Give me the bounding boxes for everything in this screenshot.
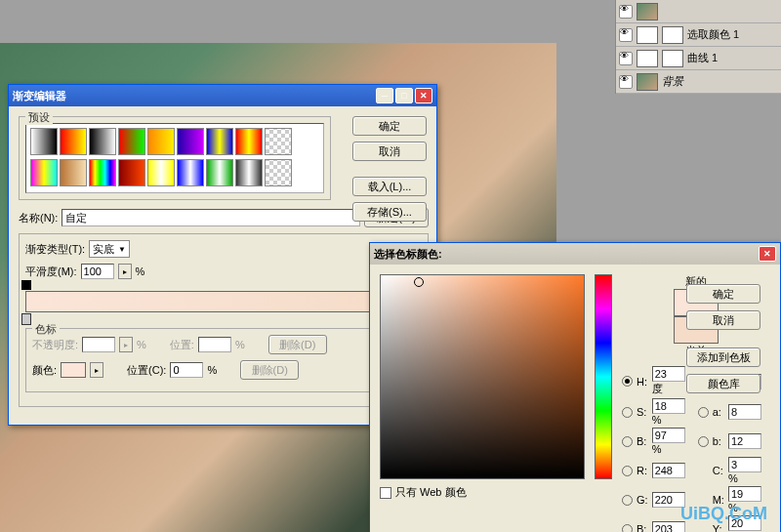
color-label: 颜色:: [32, 363, 57, 378]
opacity-label: 不透明度:: [32, 338, 78, 352]
position-label: 位置:: [170, 338, 194, 352]
b-input[interactable]: [728, 433, 761, 449]
preset-swatch[interactable]: [118, 159, 145, 186]
layer-thumb: [637, 3, 658, 20]
r-input[interactable]: [652, 463, 685, 478]
titlebar[interactable]: 选择色标颜色: ✕: [370, 243, 780, 265]
name-input[interactable]: [62, 209, 360, 226]
close-button[interactable]: ✕: [415, 88, 432, 103]
c-input[interactable]: [728, 457, 761, 472]
preset-swatch[interactable]: [89, 128, 116, 155]
preset-swatch[interactable]: [177, 128, 204, 155]
opacity-input: [82, 337, 115, 352]
type-label: 渐变类型(T):: [25, 242, 85, 257]
color-library-button[interactable]: 颜色库: [686, 374, 760, 393]
presets-label: 预设: [25, 110, 53, 125]
percent-label: %: [136, 266, 145, 277]
maximize-button[interactable]: □: [395, 88, 413, 103]
button-column: 确定 取消 载入(L)... 存储(S)...: [352, 116, 427, 225]
preset-swatch[interactable]: [147, 159, 175, 186]
a-input[interactable]: [728, 404, 761, 420]
save-button[interactable]: 存储(S)...: [352, 202, 427, 222]
add-swatch-button[interactable]: 添加到色板: [686, 348, 760, 367]
cancel-button[interactable]: 取消: [352, 142, 427, 161]
delete-button: 删除(D): [240, 360, 299, 380]
web-only-checkbox[interactable]: [380, 487, 391, 499]
radio-g[interactable]: [622, 495, 633, 506]
watermark-bottom: UiBQ.CoM: [680, 504, 767, 524]
layer-thumb: [637, 50, 658, 67]
s-input[interactable]: [652, 398, 685, 414]
preset-swatch[interactable]: [206, 159, 233, 186]
preset-swatch[interactable]: [265, 128, 292, 155]
layer-mask: [662, 26, 683, 44]
color-stop[interactable]: [21, 313, 31, 325]
visibility-icon[interactable]: [619, 52, 633, 65]
cancel-button[interactable]: 取消: [686, 310, 760, 330]
h-input[interactable]: [652, 366, 685, 382]
gradient-preview[interactable]: [25, 291, 422, 312]
preset-swatch[interactable]: [89, 159, 116, 186]
stepper-icon[interactable]: ▸: [90, 362, 103, 378]
preset-swatch[interactable]: [177, 159, 204, 186]
visibility-icon[interactable]: [619, 28, 633, 42]
load-button[interactable]: 载入(L)...: [352, 177, 427, 196]
preset-swatch[interactable]: [235, 159, 263, 186]
preset-swatch[interactable]: [147, 128, 175, 155]
visibility-icon[interactable]: [619, 5, 633, 19]
smoothness-input[interactable]: [81, 264, 114, 279]
m-input[interactable]: [728, 486, 761, 502]
radio-s[interactable]: [622, 407, 633, 418]
layer-label: 选取颜色 1: [687, 27, 739, 42]
layer-label: 背景: [662, 74, 683, 89]
radio-b[interactable]: [698, 436, 709, 447]
layer-label: 曲线 1: [687, 51, 718, 65]
ok-button[interactable]: 确定: [352, 116, 427, 136]
position2-label: 位置(C):: [127, 363, 166, 378]
hue-slider[interactable]: [595, 274, 612, 479]
preset-swatch[interactable]: [30, 159, 58, 186]
radio-bv[interactable]: [622, 436, 633, 447]
color-picker-dialog: 选择色标颜色: ✕ 只有 Web 颜色 确定 取消 添加到色板 颜色库 新的: [369, 242, 781, 532]
dialog-title: 选择色标颜色:: [374, 247, 442, 262]
layers-panel: 选取颜色 1 曲线 1 背景: [615, 0, 781, 94]
radio-bb[interactable]: [622, 524, 633, 533]
radio-r[interactable]: [622, 466, 633, 476]
type-dropdown[interactable]: 实底: [89, 240, 130, 258]
stops-label: 色标: [32, 322, 60, 337]
preset-swatch[interactable]: [265, 159, 292, 186]
preset-swatch[interactable]: [206, 128, 233, 155]
ok-button[interactable]: 确定: [686, 284, 760, 304]
delete-button: 删除(D): [268, 335, 327, 354]
stepper-icon[interactable]: ▸: [118, 264, 132, 279]
color-field[interactable]: [380, 274, 585, 479]
visibility-icon[interactable]: [619, 75, 633, 89]
preset-grid: [25, 123, 324, 193]
layer-mask: [662, 50, 683, 67]
minimize-button[interactable]: ─: [376, 88, 393, 103]
preset-swatch[interactable]: [60, 128, 87, 155]
layer-row[interactable]: 背景: [616, 70, 781, 94]
radio-h[interactable]: [622, 376, 633, 387]
preset-swatch[interactable]: [235, 128, 263, 155]
dialog-title: 渐变编辑器: [13, 89, 66, 103]
stepper-icon: ▸: [119, 337, 133, 352]
preset-swatch[interactable]: [60, 159, 87, 186]
layer-thumb: [637, 26, 658, 44]
preset-swatch[interactable]: [30, 128, 58, 155]
preset-swatch[interactable]: [118, 128, 145, 155]
layer-row[interactable]: 曲线 1: [616, 47, 781, 70]
smoothness-label: 平滑度(M):: [25, 265, 77, 279]
layer-row[interactable]: [616, 0, 781, 23]
titlebar[interactable]: 渐变编辑器 ─ □ ✕: [9, 85, 436, 106]
layer-thumb: [637, 73, 658, 91]
color-swatch[interactable]: [61, 362, 86, 378]
color-cursor-icon: [414, 277, 424, 287]
position2-input[interactable]: [170, 362, 203, 378]
close-button[interactable]: ✕: [759, 246, 776, 262]
radio-a[interactable]: [698, 407, 709, 418]
web-only-label: 只有 Web 颜色: [395, 485, 467, 500]
bv-input[interactable]: [652, 428, 685, 443]
position-input: [198, 337, 231, 352]
layer-row[interactable]: 选取颜色 1: [616, 23, 781, 47]
